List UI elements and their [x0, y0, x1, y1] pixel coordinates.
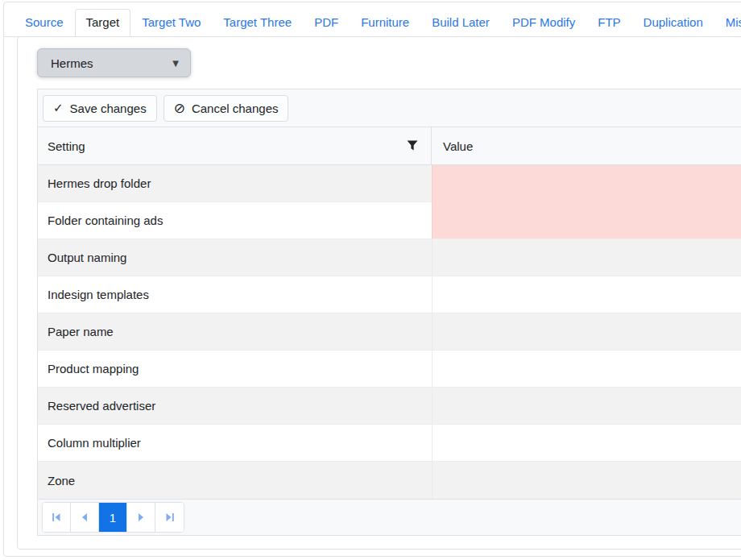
- grid-body: Hermes drop folder Folder containing ads…: [38, 165, 741, 499]
- grid-header-row: Setting Value: [38, 127, 741, 165]
- tab-strip: Source Target Target Two Target Three PD…: [4, 2, 741, 37]
- grid-pager: 1: [38, 499, 741, 535]
- value-cell[interactable]: [432, 388, 741, 425]
- tab-pdf[interactable]: PDF: [303, 9, 350, 36]
- settings-grid: ✓ Save changes ⊘ Cancel changes Setting: [37, 89, 741, 536]
- value-cell[interactable]: [432, 313, 741, 351]
- tab-label: Target: [86, 15, 120, 29]
- setting-cell: Column multiplier: [38, 425, 432, 462]
- table-row[interactable]: Output naming: [38, 239, 741, 276]
- pagination-group: 1: [42, 502, 184, 533]
- cancel-icon: ⊘: [174, 102, 185, 115]
- cancel-button-label: Cancel changes: [192, 102, 279, 115]
- tab-label: Duplication: [644, 15, 703, 29]
- paper-dropdown-value: Hermes: [38, 56, 172, 70]
- tab-pdf-modify[interactable]: PDF Modify: [501, 9, 586, 36]
- setting-cell: Folder containing ads: [38, 202, 432, 239]
- setting-cell: Reserved advertiser: [38, 388, 432, 425]
- tab-label: Miscellaneous: [726, 15, 741, 29]
- tabstrip-container: Source Target Target Two Target Three PD…: [3, 2, 741, 557]
- setting-column-header[interactable]: Setting: [38, 127, 432, 164]
- tab-furniture[interactable]: Furniture: [350, 9, 420, 36]
- value-cell[interactable]: [432, 425, 741, 462]
- last-page-button[interactable]: [155, 503, 184, 532]
- tab-label: Target Three: [223, 15, 292, 29]
- value-column-header[interactable]: Value: [432, 127, 741, 164]
- setting-cell: Paper name: [38, 313, 432, 351]
- tab-label: PDF Modify: [512, 15, 575, 29]
- tab-ftp[interactable]: FTP: [586, 9, 631, 36]
- value-cell[interactable]: [432, 239, 741, 276]
- tab-source[interactable]: Source: [14, 9, 75, 36]
- grid-toolbar: ✓ Save changes ⊘ Cancel changes: [38, 89, 741, 127]
- value-cell[interactable]: [432, 202, 741, 239]
- setting-cell: Output naming: [38, 239, 432, 276]
- tab-content-panel: Hermes ▼ ✓ Save changes ⊘ Cancel changes…: [17, 36, 741, 550]
- setting-cell: Product mapping: [38, 351, 432, 388]
- tab-miscellaneous[interactable]: Miscellaneous: [714, 9, 741, 36]
- value-cell[interactable]: [432, 462, 741, 499]
- table-row[interactable]: Zone: [38, 462, 741, 499]
- next-page-button[interactable]: [127, 503, 155, 532]
- tab-duplication[interactable]: Duplication: [632, 9, 714, 36]
- filter-icon[interactable]: [404, 137, 421, 155]
- value-cell[interactable]: [432, 351, 741, 388]
- tab-label: FTP: [598, 15, 620, 29]
- table-row[interactable]: Column multiplier: [38, 425, 741, 462]
- tab-build-later[interactable]: Build Later: [420, 9, 501, 36]
- value-cell[interactable]: [432, 165, 741, 202]
- tab-label: Source: [25, 15, 64, 29]
- table-row[interactable]: Reserved advertiser: [38, 388, 741, 425]
- tab-target-three[interactable]: Target Three: [212, 9, 303, 36]
- caret-down-icon: ▼: [172, 59, 190, 68]
- tab-label: Build Later: [432, 15, 490, 29]
- table-row[interactable]: Indesign templates: [38, 276, 741, 313]
- value-column-label: Value: [443, 139, 473, 153]
- save-button-label: Save changes: [70, 102, 147, 115]
- setting-column-label: Setting: [48, 139, 85, 153]
- table-row[interactable]: Folder containing ads: [38, 202, 741, 239]
- table-row[interactable]: Product mapping: [38, 351, 741, 388]
- save-changes-button[interactable]: ✓ Save changes: [43, 95, 157, 122]
- tab-target-two[interactable]: Target Two: [130, 9, 212, 36]
- tab-label: Target Two: [142, 15, 201, 29]
- cancel-changes-button[interactable]: ⊘ Cancel changes: [164, 95, 289, 122]
- setting-cell: Indesign templates: [38, 276, 432, 313]
- check-icon: ✓: [53, 102, 64, 114]
- page-1-button[interactable]: 1: [99, 503, 127, 532]
- table-row[interactable]: Paper name: [38, 313, 741, 351]
- paper-dropdown[interactable]: Hermes ▼: [37, 48, 191, 77]
- table-row[interactable]: Hermes drop folder: [38, 165, 741, 202]
- tab-label: PDF: [314, 15, 338, 29]
- value-cell[interactable]: [432, 276, 741, 313]
- tab-target[interactable]: Target: [75, 9, 131, 37]
- first-page-button[interactable]: [43, 503, 71, 532]
- previous-page-button[interactable]: [71, 503, 99, 532]
- setting-cell: Hermes drop folder: [38, 165, 432, 202]
- setting-cell: Zone: [38, 462, 432, 499]
- tab-label: Furniture: [361, 15, 409, 29]
